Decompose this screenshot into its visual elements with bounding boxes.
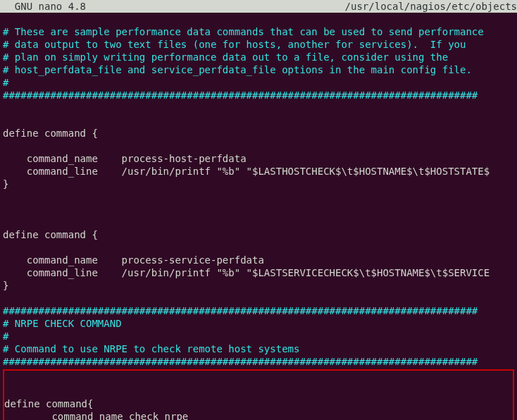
separator-line: ########################################… (3, 356, 478, 367)
nano-titlebar: GNU nano 4.8 /usr/local/nagios/etc/objec… (0, 0, 517, 13)
command-line-line: command_line /usr/bin/printf "%b" "$LAST… (3, 166, 490, 177)
define-close: } (3, 280, 8, 291)
comment-line: # (3, 77, 8, 88)
comment-line: # plan on simply writing performance dat… (3, 51, 448, 63)
comment-line: # (3, 331, 8, 342)
comment-line: # These are sample performance data comm… (3, 26, 484, 37)
define-close: } (3, 178, 8, 190)
separator-line: ########################################… (3, 89, 478, 101)
comment-line: # NRPE CHECK COMMAND (3, 318, 122, 329)
file-path: /usr/local/nagios/etc/objects (345, 0, 517, 13)
command-line-line: command_line /usr/bin/printf "%b" "$LAST… (3, 267, 490, 278)
define-open: define command { (3, 229, 98, 240)
comment-line: # host_perfdata_file and service_perfdat… (3, 64, 472, 75)
command-name-line: command_name check_nrpe (4, 411, 188, 420)
editor-name: GNU nano 4.8 (0, 0, 86, 13)
editor-content[interactable]: # These are sample performance data comm… (0, 13, 517, 368)
define-open: define command { (3, 128, 98, 139)
comment-line: # Command to use NRPE to check remote ho… (3, 343, 299, 354)
define-open: define command{ (4, 398, 93, 409)
command-name-line: command_name process-service-perfdata (3, 254, 264, 266)
highlighted-block: define command{ command_name check_nrpe … (3, 369, 514, 420)
command-name-line: command_name process-host-perfdata (3, 153, 247, 164)
comment-line: # data output to two text files (one for… (3, 39, 466, 50)
separator-line: ########################################… (3, 305, 478, 316)
